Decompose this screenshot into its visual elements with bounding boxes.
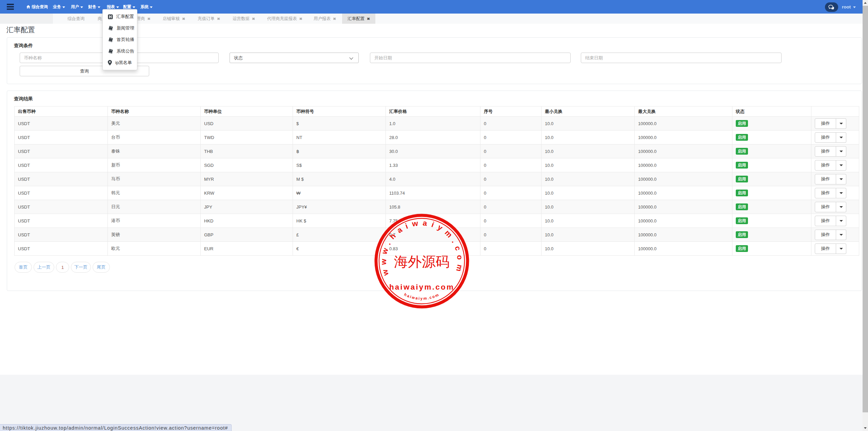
- scroll-down-button[interactable]: [863, 425, 868, 431]
- cell-sell: USDT: [15, 172, 108, 186]
- column-header-9: 状态: [732, 106, 811, 117]
- cell-symbol: ₩: [293, 186, 386, 200]
- action-button[interactable]: 操作: [815, 230, 836, 240]
- cell-min: 10.0: [541, 186, 635, 200]
- tab-close-icon[interactable]: ✖: [252, 17, 255, 21]
- action-button[interactable]: 操作: [815, 146, 836, 157]
- user-menu[interactable]: root: [842, 0, 856, 14]
- scroll-up-icon: [864, 2, 867, 4]
- nav-item-4[interactable]: 财务: [88, 0, 100, 14]
- dropdown-item-label: ip黑名单: [115, 60, 132, 66]
- dropdown-item-label: 汇率配置: [116, 14, 134, 20]
- tab-close-icon[interactable]: ✖: [367, 17, 370, 21]
- status-select[interactable]: 状态: [230, 53, 359, 63]
- dropdown-item-汇率配置[interactable]: 汇率配置: [103, 11, 137, 22]
- tab-close-icon[interactable]: ✖: [147, 17, 151, 21]
- caret-down-icon: [853, 6, 856, 8]
- action-button[interactable]: 操作: [815, 118, 836, 129]
- table-row-3: USDT泰铢THB฿30.0010.0100000.0启用操作: [15, 144, 859, 158]
- action-button-group: 操作: [815, 132, 846, 143]
- cell-sell: USDT: [15, 242, 108, 256]
- table-row-9: USDT英镑GBP£0.7010.0100000.0启用操作: [15, 228, 859, 242]
- status-badge: 启用: [736, 134, 748, 141]
- action-caret-button[interactable]: [836, 118, 846, 129]
- nav-item-2[interactable]: 业务: [53, 0, 65, 14]
- cell-seq: 0: [480, 117, 541, 131]
- action-caret-button[interactable]: [836, 230, 846, 240]
- dropdown-item-ip黑名单[interactable]: ip黑名单: [103, 57, 137, 68]
- action-caret-button[interactable]: [836, 160, 846, 171]
- page-button-上一页[interactable]: 上一页: [34, 262, 54, 273]
- dropdown-item-首页轮播[interactable]: 首页轮播: [103, 34, 137, 45]
- cell-symbol: S$: [293, 158, 386, 172]
- tab-用户报表[interactable]: 用户报表✖: [308, 14, 341, 24]
- dropdown-item-label: 首页轮播: [117, 37, 134, 43]
- page-button-下一页[interactable]: 下一页: [71, 262, 91, 273]
- tab-代理商充提报表[interactable]: 代理商充提报表✖: [262, 14, 308, 24]
- results-panel-title: 查询结果: [14, 96, 33, 102]
- tab-label: 综合查询: [67, 16, 84, 22]
- action-caret-button[interactable]: [836, 146, 846, 157]
- tab-店铺审核[interactable]: 店铺审核✖: [157, 14, 191, 24]
- action-caret-button[interactable]: [836, 202, 846, 212]
- action-caret-button[interactable]: [836, 174, 846, 184]
- results-panel: 查询结果 出售币种币种名称币种单位币种符号汇率价格序号最小兑换最大兑换状态 US…: [7, 91, 862, 291]
- caret-down-icon: [840, 123, 843, 124]
- tab-充值订单[interactable]: 充值订单✖: [192, 14, 225, 24]
- tab-label: 运营数据: [233, 16, 250, 22]
- action-caret-button[interactable]: [836, 132, 846, 143]
- dropdown-item-系统公告[interactable]: 系统公告: [103, 45, 137, 57]
- caret-down-icon: [840, 164, 843, 166]
- tab-close-icon[interactable]: ✖: [182, 17, 185, 21]
- hamburger-icon[interactable]: [7, 4, 14, 10]
- caret-down-icon: [840, 151, 843, 152]
- tab-汇率配置[interactable]: 汇率配置✖: [342, 14, 375, 24]
- action-button[interactable]: 操作: [815, 174, 836, 184]
- caret-down-icon: [150, 6, 153, 8]
- tab-close-icon[interactable]: ✖: [333, 17, 336, 21]
- cell-unit: THB: [201, 144, 293, 158]
- scroll-up-button[interactable]: [863, 0, 868, 6]
- action-button[interactable]: 操作: [815, 202, 836, 212]
- action-button[interactable]: 操作: [815, 243, 836, 254]
- tab-综合查询[interactable]: 综合查询: [62, 14, 90, 24]
- action-button[interactable]: 操作: [815, 132, 836, 143]
- scrollbar-thumb[interactable]: [863, 6, 868, 412]
- cell-name: 日元: [108, 200, 201, 214]
- end-date-input[interactable]: [581, 53, 782, 63]
- column-header-4: 币种符号: [293, 106, 386, 117]
- action-caret-button[interactable]: [836, 243, 846, 254]
- page-button-首页[interactable]: 首页: [15, 262, 32, 273]
- screen: 综合查询业务用户财务报表配置系统 root 综合查询商户管理✖代理商✖店铺审核✖…: [0, 0, 868, 431]
- table-row-10: USDT欧元EUR€0.83010.0100000.0启用操作: [15, 242, 859, 256]
- chat-button[interactable]: [825, 2, 838, 12]
- caret-down-icon: [840, 178, 843, 180]
- action-caret-button[interactable]: [836, 188, 846, 198]
- cell-max: 100000.0: [635, 117, 732, 131]
- page-button-尾页[interactable]: 尾页: [93, 262, 110, 273]
- tab-label: 充值订单: [198, 16, 215, 22]
- map-marker-icon: [108, 60, 112, 65]
- tab-close-icon[interactable]: ✖: [299, 17, 302, 21]
- nav-item-3[interactable]: 用户: [71, 0, 83, 14]
- cell-min: 10.0: [541, 158, 635, 172]
- cell-name: 台币: [108, 131, 201, 144]
- page-button-1[interactable]: 1: [56, 262, 69, 273]
- table-row-1: USDT美元USD$1.0010.0100000.0启用操作: [15, 117, 859, 131]
- start-date-input[interactable]: [370, 53, 571, 63]
- tab-close-icon[interactable]: ✖: [217, 17, 220, 21]
- nav-item-label: 综合查询: [32, 4, 48, 10]
- action-caret-button[interactable]: [836, 216, 846, 226]
- tab-运营数据[interactable]: 运营数据✖: [227, 14, 260, 24]
- caret-down-icon: [133, 6, 135, 8]
- status-badge: 启用: [736, 176, 748, 182]
- action-button[interactable]: 操作: [815, 216, 836, 226]
- dropdown-item-新闻管理[interactable]: 新闻管理: [103, 22, 137, 34]
- action-button[interactable]: 操作: [815, 160, 836, 171]
- cell-rate: 105.8: [386, 200, 480, 214]
- table-row-7: USDT日元JPYJPY¥105.8010.0100000.0启用操作: [15, 200, 859, 214]
- cell-name: 马币: [108, 172, 201, 186]
- nav-item-1[interactable]: 综合查询: [26, 0, 48, 14]
- action-button[interactable]: 操作: [815, 188, 836, 198]
- nav-item-7[interactable]: 系统: [140, 0, 153, 14]
